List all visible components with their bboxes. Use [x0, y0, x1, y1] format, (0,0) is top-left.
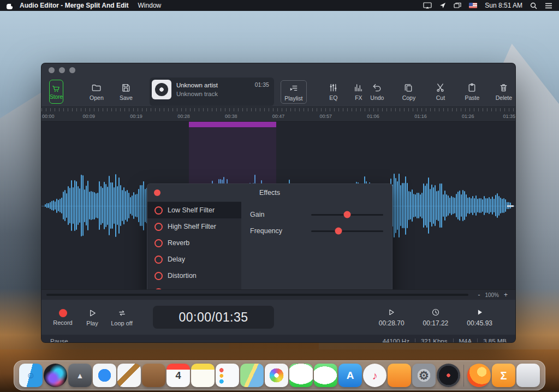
delete-label: Delete — [496, 94, 512, 101]
launchpad-dock-icon[interactable]: ▲ — [68, 364, 92, 387]
reminders-dock-icon[interactable] — [216, 364, 239, 387]
spotlight-search-icon[interactable] — [530, 2, 537, 9]
effect-filter-label: Delay — [168, 256, 185, 263]
effect-filter-item[interactable]: Delay — [147, 251, 241, 268]
radio-icon — [154, 288, 163, 290]
eq-button[interactable]: EQ — [324, 82, 343, 101]
effect-filter-label: Pitch — [168, 288, 183, 289]
play-button[interactable]: Play — [81, 303, 104, 331]
messages-dock-icon[interactable] — [289, 364, 313, 387]
waveform-area[interactable]: Effects Low Shelf Filter High Shelf Filt… — [41, 122, 515, 289]
effect-param-row: Gain — [250, 206, 384, 223]
minimize-button[interactable] — [59, 67, 65, 73]
playlist-button[interactable]: Playlist — [281, 80, 307, 104]
close-button[interactable] — [49, 67, 55, 73]
calendar-dock-icon[interactable]: 4 — [166, 364, 190, 387]
timeline-ruler[interactable]: 00:0000:0900:1900:2800:3800:4700:5701:06… — [41, 106, 515, 122]
playback-state: Pause — [50, 338, 68, 343]
horizontal-scrollbar[interactable] — [46, 294, 468, 296]
effect-filter-item[interactable]: Reverb — [147, 235, 241, 251]
firefox-dock-icon[interactable] — [467, 364, 491, 387]
status-bar: Pause 44100 Hz321 KbpsM4A3.85 MB — [41, 335, 515, 343]
trash-dock-icon[interactable] — [516, 364, 540, 387]
apple-menu-icon[interactable] — [7, 2, 13, 9]
clipboard-icon — [467, 82, 477, 93]
menu-clock[interactable]: Sun 8:51 AM — [485, 2, 522, 9]
loop-label: Loop off — [111, 320, 133, 326]
sigma-app-dock-icon[interactable]: Σ — [492, 364, 515, 387]
scroll-zoom-strip: - 100% + — [41, 289, 515, 300]
menu-window[interactable]: Window — [138, 2, 162, 9]
eq-label: EQ — [329, 94, 337, 101]
paste-button[interactable]: Paste — [463, 82, 481, 101]
books-dock-icon[interactable] — [388, 364, 411, 387]
radio-icon — [154, 256, 163, 264]
fx-button[interactable]: FX — [349, 82, 368, 101]
open-button[interactable]: Open — [87, 82, 106, 101]
radio-icon — [154, 206, 163, 215]
effect-filter-label: Reverb — [168, 239, 189, 247]
app-window: Store Open Save Unknown artist Unknown t… — [41, 63, 516, 343]
selection-end-value: 00:45.93 — [467, 319, 492, 327]
safari-dock-icon[interactable] — [93, 364, 116, 387]
windows-stack-icon[interactable] — [454, 2, 461, 9]
pages-dock-icon[interactable] — [117, 364, 141, 387]
zoom-in-button[interactable]: + — [501, 291, 510, 299]
selection-length-marker[interactable]: 00:17.22 — [423, 308, 449, 327]
maps-dock-icon[interactable] — [240, 364, 264, 387]
dialog-close-button[interactable] — [154, 189, 160, 196]
radio-icon — [154, 272, 163, 280]
slider-knob[interactable] — [344, 211, 351, 218]
undo-button[interactable]: Undo — [368, 82, 386, 101]
file-info: 44100 Hz321 KbpsM4A3.85 MB — [383, 338, 507, 343]
facetime-dock-icon[interactable] — [314, 364, 337, 387]
ruler-tick: 00:57 — [320, 114, 332, 119]
contacts-dock-icon[interactable] — [142, 364, 165, 387]
track-title: Unknown track — [176, 91, 218, 97]
effect-filter-item[interactable]: High Shelf Filter — [147, 218, 241, 235]
zoom-out-button[interactable]: - — [475, 291, 483, 299]
save-button[interactable]: Save — [117, 82, 135, 101]
menu-list-icon[interactable] — [545, 3, 552, 9]
record-button[interactable]: Record — [51, 303, 74, 331]
screen-mirroring-icon[interactable] — [423, 2, 432, 9]
ruler-tick: 00:09 — [83, 114, 96, 119]
file-info-item: 3.85 MB — [472, 338, 507, 343]
system-preferences-dock-icon[interactable]: ⚙ — [412, 364, 436, 387]
store-button[interactable]: Store — [49, 80, 63, 104]
zoom-button[interactable] — [69, 67, 75, 73]
effect-slider[interactable] — [311, 214, 383, 216]
slider-knob[interactable] — [335, 228, 342, 235]
location-icon[interactable] — [439, 2, 446, 9]
loop-button[interactable]: Loop off — [110, 303, 133, 331]
file-info-item: 321 Kbps — [409, 338, 448, 343]
selection-markers: 00:28.70 00:17.22 00:45.93 — [379, 308, 492, 327]
radio-icon — [154, 239, 163, 247]
effect-slider[interactable] — [311, 230, 383, 232]
ruler-tick: 00:38 — [225, 114, 237, 119]
menu-app-name[interactable]: Audio Editor - Merge Split And Edit — [20, 2, 129, 9]
effect-param-row: Frequency — [250, 223, 384, 239]
siri-dock-icon[interactable] — [44, 364, 67, 387]
effect-filter-item[interactable]: Low Shelf Filter — [147, 202, 241, 218]
copy-button[interactable]: Copy — [400, 82, 418, 101]
fx-label: FX — [355, 94, 362, 101]
keyboard-language-flag-icon[interactable] — [469, 3, 477, 8]
effect-filter-item[interactable]: Pitch — [147, 284, 241, 289]
cut-button[interactable]: Cut — [431, 82, 450, 101]
photos-dock-icon[interactable] — [265, 364, 288, 387]
disc-icon — [152, 80, 171, 99]
effect-filter-item[interactable]: Distortion — [147, 268, 241, 284]
selection-end-marker[interactable]: 00:45.93 — [467, 308, 492, 327]
selection-start-marker[interactable]: 00:28.70 — [379, 308, 405, 327]
ruler-tick: 01:16 — [414, 114, 427, 119]
delete-button[interactable]: Delete — [495, 82, 513, 101]
time-display: 00:00/01:35 — [153, 306, 274, 329]
app-store-dock-icon[interactable]: A — [338, 364, 362, 387]
notes-dock-icon[interactable] — [191, 364, 215, 387]
itunes-dock-icon[interactable]: ♪ — [363, 364, 386, 387]
finder-dock-icon[interactable]: ☺ — [19, 364, 43, 387]
ruler-tick: 00:19 — [130, 114, 142, 119]
audio-editor-dock-icon[interactable] — [437, 364, 460, 387]
effects-dialog-title: Effects — [259, 189, 280, 197]
